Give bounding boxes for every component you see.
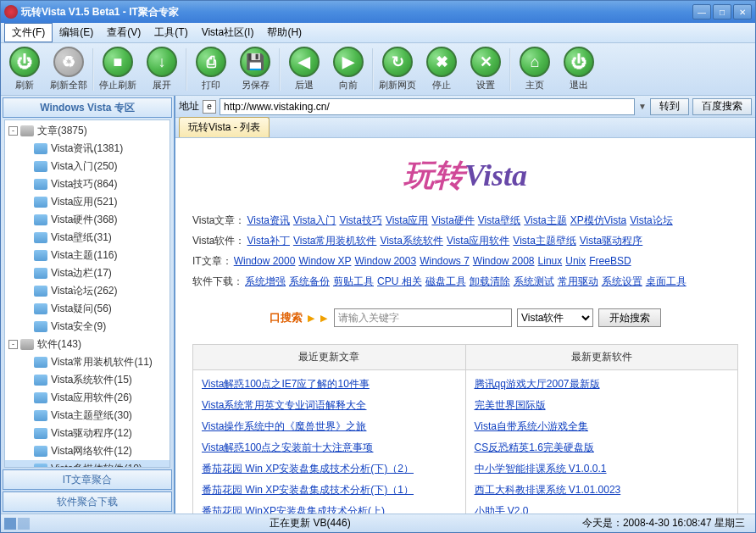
tree-item[interactable]: Vista主题(116) <box>5 247 170 264</box>
minimize-button[interactable]: — <box>692 4 711 19</box>
category-link[interactable]: Vista硬件 <box>431 214 474 226</box>
expand-icon[interactable]: - <box>8 126 18 136</box>
article-link[interactable]: Vista操作系统中的《魔兽世界》之旅 <box>202 416 457 437</box>
tree-item[interactable]: Vista论坛(262) <box>5 282 170 300</box>
toolbar-停止[interactable]: ✖停止 <box>421 45 462 93</box>
tree-item[interactable]: Vista资讯(1381) <box>5 140 170 158</box>
content-pane[interactable]: 玩转Vista Vista文章：Vista资讯Vista入门Vista技巧Vis… <box>175 138 755 514</box>
category-link[interactable]: FreeBSD <box>589 255 631 267</box>
category-link[interactable]: Vista驱动程序 <box>580 235 642 247</box>
category-link[interactable]: 磁盘工具 <box>425 275 466 287</box>
menu-item[interactable]: 帮助(H) <box>260 24 309 42</box>
software-link[interactable]: CS反恐精英1.6完美硬盘版 <box>475 437 730 458</box>
software-link[interactable]: 小助手 V2.0 <box>475 501 730 514</box>
tree-item[interactable]: Vista网络软件(12) <box>5 442 170 460</box>
category-link[interactable]: Vista常用装机软件 <box>293 235 376 247</box>
maximize-button[interactable]: □ <box>713 4 731 19</box>
category-link[interactable]: 系统测试 <box>514 275 554 287</box>
software-link[interactable]: 西工大科教排课系统 V1.01.0023 <box>475 480 730 501</box>
tree-item[interactable]: Vista多媒体软件(10) <box>5 460 170 468</box>
software-link[interactable]: Vista自带系统小游戏全集 <box>475 416 730 437</box>
toolbar-停止刷新[interactable]: ■停止刷新 <box>97 45 138 93</box>
tree-item[interactable]: Vista应用软件(26) <box>5 389 170 407</box>
category-link[interactable]: 常用驱动 <box>558 275 598 287</box>
category-link[interactable]: Window 2008 <box>473 255 535 267</box>
toolbar-刷新[interactable]: ⏻刷新 <box>4 45 45 93</box>
category-link[interactable]: Vista主题壁纸 <box>513 235 575 247</box>
sidebar-tree[interactable]: -文章(3875)Vista资讯(1381)Vista入门(250)Vista技… <box>4 119 170 468</box>
category-link[interactable]: 剪贴工具 <box>333 275 374 287</box>
tree-item[interactable]: Vista入门(250) <box>5 158 170 175</box>
dropdown-icon[interactable]: ▼ <box>638 102 647 111</box>
category-link[interactable]: Unix <box>565 255 586 267</box>
category-link[interactable]: 系统增强 <box>245 275 286 287</box>
category-link[interactable]: XP模仿Vista <box>570 214 626 226</box>
tree-item[interactable]: Vista壁纸(31) <box>5 229 170 247</box>
tree-item[interactable]: -文章(3875) <box>5 122 170 140</box>
search-category-select[interactable]: Vista软件 <box>517 308 593 327</box>
category-link[interactable]: Vista系统软件 <box>380 235 442 247</box>
menu-item[interactable]: 文件(F) <box>4 23 53 42</box>
category-link[interactable]: 系统备份 <box>289 275 330 287</box>
menu-item[interactable]: 查看(V) <box>100 24 147 42</box>
article-link[interactable]: 番茄花园 Win XP安装盘集成技术分析(下)（1） <box>202 480 457 501</box>
tree-item[interactable]: Vista系统软件(15) <box>5 371 170 389</box>
toolbar-打印[interactable]: ⎙打印 <box>191 45 231 93</box>
article-link[interactable]: Vista系统常用英文专业词语解释大全 <box>202 395 457 416</box>
tree-item[interactable]: Vista边栏(17) <box>5 264 170 282</box>
category-link[interactable]: Vista应用 <box>386 214 428 226</box>
category-link[interactable]: Vista壁纸 <box>478 214 520 226</box>
category-link[interactable]: 系统设置 <box>602 275 642 287</box>
article-link[interactable]: Vista解惑100点之安装前十大注意事项 <box>202 437 457 458</box>
category-link[interactable]: Vista资讯 <box>247 214 289 226</box>
tree-item[interactable]: Vista驱动程序(12) <box>5 425 170 442</box>
toolbar-退出[interactable]: ⏻退出 <box>559 45 599 93</box>
tree-item[interactable]: Vista技巧(864) <box>5 175 170 193</box>
toolbar-展开[interactable]: ↓展开 <box>142 45 182 93</box>
category-link[interactable]: Vista补丁 <box>247 235 289 247</box>
category-link[interactable]: Window 2003 <box>354 255 416 267</box>
baidu-button[interactable]: 百度搜索 <box>692 98 752 115</box>
menu-item[interactable]: 编辑(E) <box>53 24 100 42</box>
category-link[interactable]: Linux <box>538 255 563 267</box>
go-button[interactable]: 转到 <box>650 98 689 115</box>
category-link[interactable]: Vista应用软件 <box>447 235 509 247</box>
search-button[interactable]: 开始搜索 <box>598 308 661 327</box>
address-input[interactable] <box>220 98 635 115</box>
category-link[interactable]: 卸载清除 <box>470 275 510 287</box>
toolbar-后退[interactable]: ◀后退 <box>284 45 325 93</box>
software-link[interactable]: 腾讯qq游戏大厅2007最新版 <box>475 374 730 395</box>
category-link[interactable]: CPU 相关 <box>377 275 422 287</box>
article-link[interactable]: Vista解惑100点之IE7应了解的10件事 <box>202 374 457 395</box>
menu-item[interactable]: 工具(T) <box>147 24 194 42</box>
menu-item[interactable]: Vista社区(I) <box>195 24 261 42</box>
tab-active[interactable]: 玩转Vista - 列表 <box>179 117 270 137</box>
tree-item[interactable]: Vista常用装机软件(11) <box>5 353 170 371</box>
category-link[interactable]: Vista论坛 <box>630 214 672 226</box>
tree-item[interactable]: -软件(143) <box>5 336 170 353</box>
toolbar-刷新全部[interactable]: ♻刷新全部 <box>48 45 89 93</box>
article-link[interactable]: 番茄花园 Win XP安装盘集成技术分析(下)（2） <box>202 458 457 480</box>
tree-item[interactable]: Vista应用(521) <box>5 193 170 211</box>
search-input[interactable] <box>334 308 512 327</box>
toolbar-向前[interactable]: ▶向前 <box>328 45 369 93</box>
close-button[interactable]: ✕ <box>733 4 752 19</box>
toolbar-设置[interactable]: ✕设置 <box>465 45 506 93</box>
tree-item[interactable]: Vista安全(9) <box>5 318 170 336</box>
software-link[interactable]: 中小学智能排课系统 V1.0.0.1 <box>475 458 730 480</box>
sidebar-header[interactable]: Windows Vista 专区 <box>3 97 172 118</box>
tree-item[interactable]: Vista硬件(368) <box>5 211 170 229</box>
software-link[interactable]: 完美世界国际版 <box>475 395 730 416</box>
category-link[interactable]: Window 2000 <box>234 255 296 267</box>
category-link[interactable]: Vista技巧 <box>339 214 381 226</box>
sidebar-footer-button[interactable]: IT文章聚合 <box>3 469 172 490</box>
category-link[interactable]: 桌面工具 <box>646 275 687 287</box>
expand-icon[interactable]: - <box>8 340 18 349</box>
category-link[interactable]: Window XP <box>298 255 351 267</box>
toolbar-另保存[interactable]: 💾另保存 <box>235 45 275 93</box>
toolbar-刷新网页[interactable]: ↻刷新网页 <box>377 45 418 93</box>
tree-item[interactable]: Vista主题壁纸(30) <box>5 407 170 425</box>
sidebar-footer-button[interactable]: 软件聚合下载 <box>3 491 172 512</box>
article-link[interactable]: 番茄花园 WinXP安装盘集成技术分析(上) <box>202 501 457 514</box>
category-link[interactable]: Windows 7 <box>420 255 470 267</box>
